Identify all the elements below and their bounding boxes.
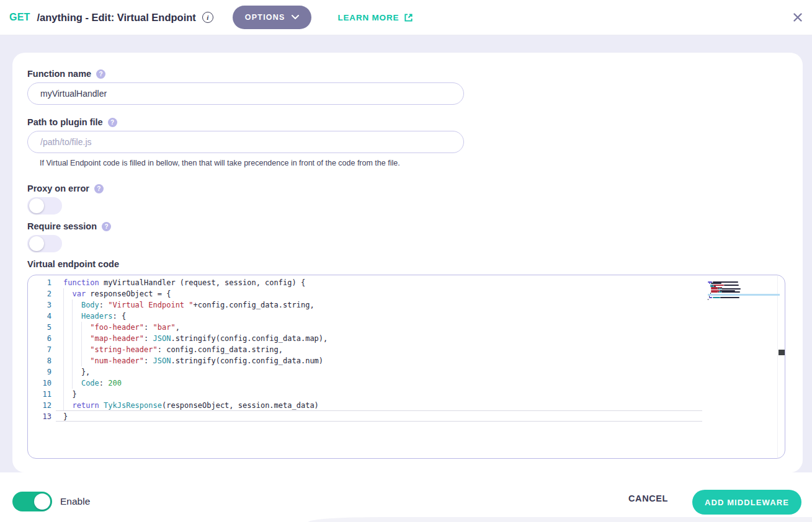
proxy-on-error-label: Proxy on error ? bbox=[27, 184, 104, 193]
external-link-icon bbox=[404, 13, 413, 22]
editor-minimap[interactable] bbox=[708, 277, 780, 296]
info-icon[interactable]: i bbox=[202, 12, 213, 23]
editor-code-lines[interactable]: function myVirtualHandler (request, sess… bbox=[63, 277, 328, 422]
editor-scrollbar-thumb[interactable] bbox=[779, 350, 785, 355]
add-middleware-button[interactable]: ADD MIDDLEWARE bbox=[692, 490, 801, 515]
toggle-knob bbox=[34, 493, 50, 510]
editor-scrollbar-track bbox=[777, 275, 785, 458]
learn-more-label: LEARN MORE bbox=[338, 13, 399, 22]
bottom-sheet-edge bbox=[308, 517, 812, 522]
virtual-endpoint-code-label: Virtual endpoint code bbox=[27, 259, 119, 269]
require-session-toggle[interactable] bbox=[27, 235, 62, 252]
code-editor[interactable]: 12345678910111213 function myVirtualHand… bbox=[27, 275, 785, 459]
help-icon[interactable]: ? bbox=[102, 222, 111, 231]
cancel-button[interactable]: CANCEL bbox=[628, 493, 668, 503]
toggle-knob bbox=[29, 236, 44, 251]
page-title: /anything - Edit: Virtual Endpoint bbox=[37, 12, 196, 24]
options-button-label: OPTIONS bbox=[245, 13, 285, 22]
minimap-active-line bbox=[708, 294, 780, 296]
help-icon[interactable]: ? bbox=[108, 118, 117, 127]
enable-toggle[interactable] bbox=[12, 492, 52, 511]
plugin-path-label: Path to plugin file ? bbox=[27, 117, 117, 127]
chevron-down-icon bbox=[292, 15, 299, 20]
learn-more-link[interactable]: LEARN MORE bbox=[338, 13, 414, 22]
help-icon[interactable]: ? bbox=[96, 69, 105, 79]
toggle-knob bbox=[29, 198, 44, 213]
virtual-endpoint-editor-panel: GET /anything - Edit: Virtual Endpoint i… bbox=[0, 0, 812, 522]
help-icon[interactable]: ? bbox=[94, 184, 104, 193]
footer-bar: Enable CANCEL ADD MIDDLEWARE bbox=[0, 472, 812, 522]
http-method-badge: GET bbox=[9, 12, 30, 23]
editor-line-numbers: 12345678910111213 bbox=[28, 277, 51, 422]
options-button[interactable]: OPTIONS bbox=[233, 6, 311, 29]
require-session-label: Require session ? bbox=[27, 221, 111, 231]
function-name-label: Function name ? bbox=[27, 69, 105, 79]
endpoint-form-card: Function name ? Path to plugin file ? If… bbox=[12, 53, 803, 472]
plugin-path-helper-text: If Virtual Endpoint code is filled in be… bbox=[40, 159, 400, 167]
close-icon[interactable] bbox=[793, 13, 802, 22]
function-name-input[interactable] bbox=[27, 82, 464, 105]
enable-label: Enable bbox=[60, 496, 90, 507]
plugin-path-input[interactable] bbox=[27, 131, 464, 153]
proxy-on-error-toggle[interactable] bbox=[27, 197, 62, 215]
top-bar: GET /anything - Edit: Virtual Endpoint i… bbox=[0, 0, 812, 35]
